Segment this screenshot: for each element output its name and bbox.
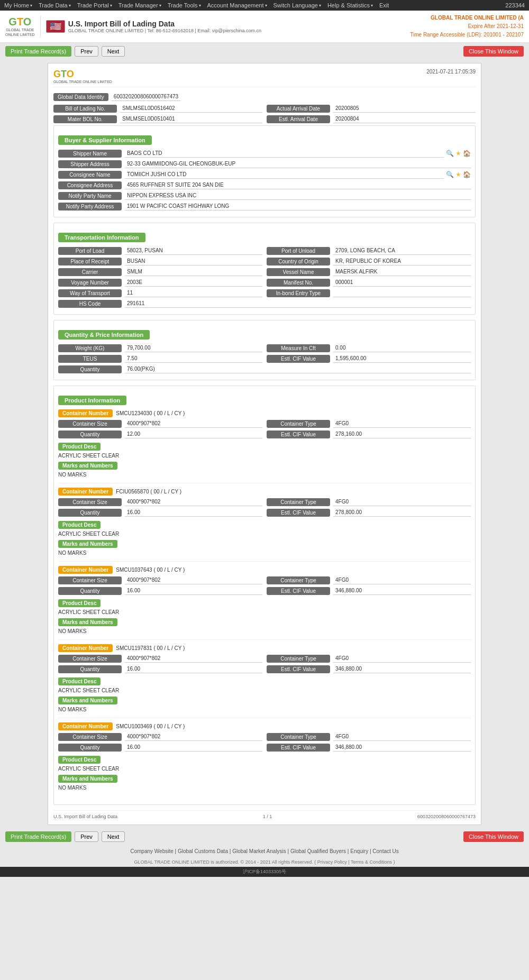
quantity-label-1: Quantity bbox=[58, 431, 122, 438]
divider bbox=[40, 16, 41, 37]
nav-trade-manager[interactable]: Trade Manager ▾ bbox=[118, 2, 161, 8]
voyage-number-label: Voyage Number bbox=[58, 279, 122, 287]
top-navigation: My Home ▾ Trade Data ▾ Trade Portal ▾ Tr… bbox=[0, 0, 529, 11]
prev-button-top[interactable]: Prev bbox=[75, 46, 98, 57]
marks-value-5: NO MARKS bbox=[58, 784, 471, 792]
way-of-transport-label: Way of Transport bbox=[58, 289, 122, 297]
marks-label-3: Marks and Numbers bbox=[58, 618, 117, 626]
nav-trade-data[interactable]: Trade Data ▾ bbox=[39, 2, 71, 8]
estl-cif-label-4: Estl. CIF Value bbox=[267, 665, 330, 673]
footer-global-market[interactable]: Global Market Analysis bbox=[232, 848, 286, 854]
shipper-search-icon[interactable]: 🔍 bbox=[446, 150, 454, 157]
voyage-number-value: 2003E bbox=[125, 278, 262, 287]
marks-label-5: Marks and Numbers bbox=[58, 775, 117, 783]
close-button-bottom[interactable]: Close This Window bbox=[463, 831, 524, 842]
mater-bol-no-value: SMLMSEL0D0510401 bbox=[120, 115, 262, 123]
quantity-price-section: Quantity & Price Information Weight (KG)… bbox=[53, 320, 476, 380]
estl-cif-value-5: 346,880.00 bbox=[333, 743, 471, 752]
container-type-row-1: Container Type 4FG0 bbox=[267, 419, 471, 428]
shipper-star-icon[interactable]: ★ bbox=[455, 150, 461, 157]
close-button-top[interactable]: Close This Window bbox=[463, 46, 524, 57]
print-button-top[interactable]: Print Trade Record(s) bbox=[5, 46, 71, 57]
notify-party-name-row: Notify Party Name NIPPON EXPRESS USA INC bbox=[58, 191, 471, 200]
bottom-toolbar: Print Trade Record(s) Prev Next Close Th… bbox=[0, 828, 529, 845]
footer-enquiry[interactable]: Enquiry bbox=[350, 848, 368, 854]
container-size-label-4: Container Size bbox=[58, 655, 122, 663]
quantity-value: 76.00(PKG) bbox=[125, 365, 471, 373]
print-button-bottom[interactable]: Print Trade Record(s) bbox=[5, 831, 71, 842]
consignee-home-icon[interactable]: 🏠 bbox=[463, 171, 471, 178]
port-of-unload-row: Port of Unload 2709, LONG BEACH, CA bbox=[267, 246, 471, 255]
nav-my-home[interactable]: My Home ▾ bbox=[4, 2, 32, 8]
quantity-row-5: Quantity 16.00 bbox=[58, 743, 262, 752]
container-number-row-5: Container Number SMCU1003469 ( 00 / L / … bbox=[58, 722, 471, 730]
mater-bol-no-row: Mater BOL No. SMLMSEL0D0510401 bbox=[53, 115, 262, 123]
container-size-row-3: Container Size 4000*907*802 bbox=[58, 576, 262, 584]
product-desc-value-3: ACRYLIC SHEET CLEAR bbox=[58, 608, 471, 616]
hs-code-value: 291611 bbox=[125, 299, 471, 308]
global-data-identity-value: 6003202008060000767473 bbox=[112, 93, 180, 101]
marks-value-3: NO MARKS bbox=[58, 627, 471, 635]
consignee-name-row: Consignee Name TOMIICH JUSHI CO LTD 🔍 ★ … bbox=[58, 170, 471, 179]
consignee-name-label: Consignee Name bbox=[58, 171, 122, 179]
quantity-label: Quantity bbox=[58, 365, 122, 373]
footer-company-website[interactable]: Company Website bbox=[130, 848, 174, 854]
estl-arrival-date-value: 20200804 bbox=[333, 115, 476, 123]
notify-party-address-row: Notify Party Address 1901 W PACIFIC COAS… bbox=[58, 202, 471, 210]
actual-arrival-date-value: 20200805 bbox=[333, 104, 476, 113]
next-button-bottom[interactable]: Next bbox=[102, 831, 125, 842]
nav-trade-tools[interactable]: Trade Tools ▾ bbox=[168, 2, 201, 8]
shipper-name-row: Shipper Name BAOS CO LTD 🔍 ★ 🏠 bbox=[58, 149, 471, 158]
nav-exit[interactable]: Exit bbox=[379, 2, 389, 8]
actual-arrival-date-label: Actual Arrival Date bbox=[267, 105, 330, 113]
marks-value-2: NO MARKS bbox=[58, 549, 471, 557]
footer-global-customs[interactable]: Global Customs Data bbox=[178, 848, 228, 854]
shipper-address-label: Shipper Address bbox=[58, 160, 122, 168]
consignee-search-icon[interactable]: 🔍 bbox=[446, 171, 454, 178]
shipper-home-icon[interactable]: 🏠 bbox=[463, 150, 471, 157]
doc-footer-left: U.S. Import Bill of Lading Data bbox=[53, 814, 117, 819]
weight-kg-value: 79,700.00 bbox=[125, 344, 262, 352]
nav-help-statistics[interactable]: Help & Statistics ▾ bbox=[327, 2, 373, 8]
nav-account-management[interactable]: Account Management ▾ bbox=[207, 2, 267, 8]
consignee-icons: 🔍 ★ 🏠 bbox=[446, 171, 471, 178]
header-left: GTO GLOBAL TRADEONLINE LIMITED 🇺🇸 U.S. I… bbox=[5, 16, 261, 37]
header-bar: GTO GLOBAL TRADEONLINE LIMITED 🇺🇸 U.S. I… bbox=[0, 11, 529, 43]
buyer-supplier-header: Buyer & Supplier Information bbox=[58, 135, 152, 145]
notify-party-address-value: 1901 W PACIFIC COAST HIGHWAY LONG bbox=[125, 202, 471, 210]
next-button-top[interactable]: Next bbox=[102, 46, 125, 57]
container-type-row-4: Container Type 4FG0 bbox=[267, 654, 471, 663]
container-size-label-5: Container Size bbox=[58, 733, 122, 741]
container-type-value-3: 4FG0 bbox=[333, 576, 471, 584]
global-data-identity-row: Global Data Identity 6003202008060000767… bbox=[53, 93, 476, 101]
marks-label-4: Marks and Numbers bbox=[58, 697, 117, 704]
marks-block-4: Marks and Numbers NO MARKS bbox=[58, 694, 471, 713]
product-desc-block-3: Product Desc ACRYLIC SHEET CLEAR bbox=[58, 597, 471, 616]
marks-label-2: Marks and Numbers bbox=[58, 540, 117, 548]
carrier-row: Carrier SMLM bbox=[58, 268, 262, 276]
prev-button-bottom[interactable]: Prev bbox=[75, 831, 98, 842]
nav-help-arrow: ▾ bbox=[371, 3, 373, 8]
marks-block-5: Marks and Numbers NO MARKS bbox=[58, 773, 471, 792]
nav-trade-portal[interactable]: Trade Portal ▾ bbox=[77, 2, 112, 8]
container-block-4: Container Number SMCU1197831 ( 00 / L / … bbox=[58, 644, 471, 718]
nav-trade-tools-arrow: ▾ bbox=[199, 3, 201, 8]
nav-language-arrow: ▾ bbox=[319, 3, 321, 8]
container-number-row-2: Container Number FCIU0565870 ( 00 / L / … bbox=[58, 488, 471, 496]
shipper-address-value: 92-33 GAMMIIDONG-GIL CHEONGBUK-EUP bbox=[125, 160, 471, 168]
footer-contact[interactable]: Contact Us bbox=[372, 848, 398, 854]
nav-switch-language[interactable]: Switch Language ▾ bbox=[273, 2, 321, 8]
manifest-no-label: Manifest No. bbox=[267, 279, 330, 287]
footer-global-buyers[interactable]: Global Qualified Buyers bbox=[290, 848, 346, 854]
in-bond-entry-type-row: In-bond Entry Type bbox=[267, 289, 471, 297]
consignee-star-icon[interactable]: ★ bbox=[455, 171, 461, 178]
hs-code-label: HS Code bbox=[58, 300, 122, 308]
shipper-name-value: BAOS CO LTD bbox=[125, 149, 444, 158]
nav-trade-manager-arrow: ▾ bbox=[159, 3, 161, 8]
quantity-row: Quantity 76.00(PKG) bbox=[58, 365, 471, 373]
weight-kg-row: Weight (KG) 79,700.00 bbox=[58, 344, 262, 352]
logo-gto-text: GTO bbox=[8, 16, 31, 28]
estl-cif-value-label: Estl. CIF Value bbox=[267, 355, 330, 363]
place-of-receipt-row: Place of Receipt BUSAN bbox=[58, 257, 262, 265]
transportation-section: Transportation Information Port of Load … bbox=[53, 223, 476, 315]
